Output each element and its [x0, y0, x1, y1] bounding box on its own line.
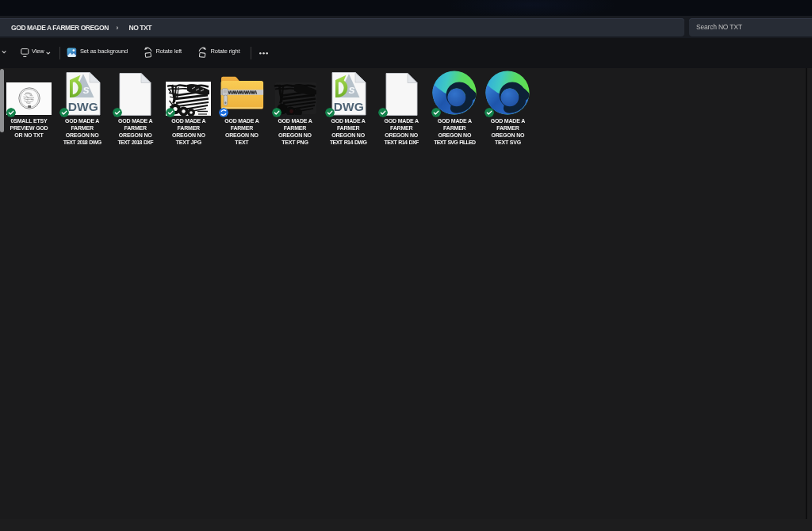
svg-text:DWG: DWG — [67, 101, 98, 113]
svg-text:s: s — [349, 82, 355, 96]
svg-text:DWG: DWG — [334, 101, 364, 113]
svg-text:s: s — [82, 82, 89, 96]
